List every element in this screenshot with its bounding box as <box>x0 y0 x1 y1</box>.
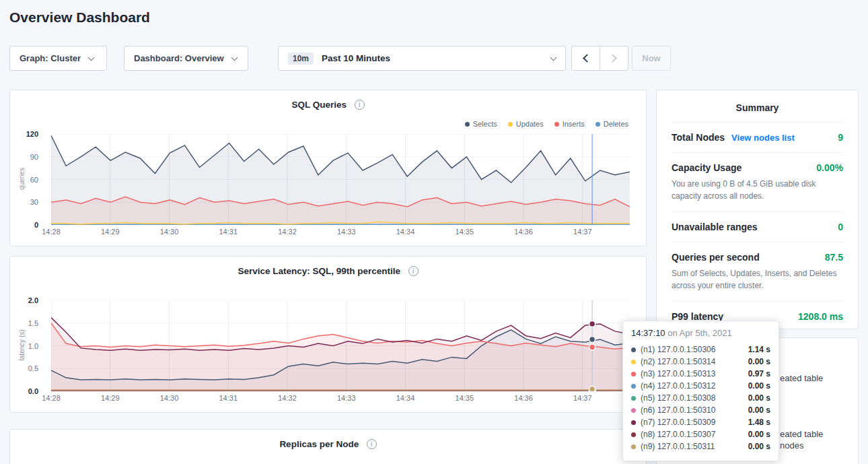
tooltip-date: on Apr 5th, 2021 <box>667 328 731 338</box>
summary-row-total-nodes: Total Nodes View nodes list 9 <box>672 122 843 152</box>
x-axis-tick: 14:33 <box>337 228 356 236</box>
x-axis-tick: 14:32 <box>278 228 297 236</box>
legend-label: Inserts <box>563 120 585 128</box>
x-axis-tick: 14:28 <box>42 228 61 236</box>
legend-item-inserts[interactable]: Inserts <box>554 120 585 128</box>
x-axis-tick: 14:35 <box>456 394 474 402</box>
legend-dot-icon <box>554 122 559 127</box>
summary-value: 0.00% <box>816 162 843 173</box>
x-axis-tick: 14:31 <box>219 228 238 236</box>
summary-row-capacity-usage: Capacity Usage 0.00% You are using 0 B o… <box>672 152 843 211</box>
dashboard-dropdown[interactable]: Dashboard: Overview <box>124 46 248 71</box>
tooltip-node-row: (n8) 127.0.0.1:503070.00 s <box>631 428 770 440</box>
node-color-dot-icon <box>631 444 636 449</box>
summary-value: 1208.0 ms <box>798 311 843 322</box>
chart-title: Service Latency: SQL, 99th percentile <box>238 266 400 276</box>
summary-value: 0 <box>838 222 843 232</box>
chart-title: SQL Queries <box>292 100 347 110</box>
x-axis-tick: 14:30 <box>160 394 179 402</box>
legend-dot-icon <box>595 122 600 127</box>
summary-description: You are using 0 B of 4.5 GiB usable disk… <box>672 178 843 202</box>
summary-row-queries-per-second: Queries per second 87.5 Sum of Selects, … <box>672 242 843 301</box>
chevron-down-icon <box>550 54 557 61</box>
chevron-down-icon <box>88 54 95 61</box>
now-button[interactable]: Now <box>632 46 671 71</box>
node-color-dot-icon <box>631 420 636 425</box>
tooltip-node-value: 0.00 s <box>748 357 770 366</box>
time-range-dropdown[interactable]: 10m Past 10 Minutes <box>278 46 566 71</box>
view-nodes-list-link[interactable]: View nodes list <box>731 133 795 143</box>
chart-legend: SelectsUpdatesInsertsDeletes <box>465 120 628 128</box>
tooltip-time: 14:37:10 <box>631 328 665 338</box>
tooltip-node-label: (n8) 127.0.0.1:50307 <box>641 430 715 439</box>
y-axis-tick: 0.0 <box>28 387 38 395</box>
legend-item-deletes[interactable]: Deletes <box>595 120 628 128</box>
tooltip-node-value: 0.00 s <box>748 381 770 391</box>
legend-dot-icon <box>465 122 470 127</box>
y-axis-tick: 90 <box>30 153 38 161</box>
y-axis-tick: 1.0 <box>28 342 38 350</box>
node-color-dot-icon <box>631 372 636 376</box>
service-latency-plot-area[interactable] <box>51 300 630 391</box>
x-axis-tick: 14:28 <box>42 394 61 402</box>
x-axis-tick: 14:34 <box>396 394 415 402</box>
dashboard-dropdown-label: Dashboard: Overview <box>134 53 224 63</box>
x-axis-tick: 14:31 <box>219 394 238 402</box>
x-axis-tick: 14:34 <box>396 228 415 236</box>
x-axis-tick: 14:33 <box>337 394 356 402</box>
summary-label: Queries per second <box>672 252 760 263</box>
chart-tooltip: 14:37:10 on Apr 5th, 2021 (n1) 127.0.0.1… <box>622 321 779 461</box>
info-icon[interactable]: i <box>408 266 419 276</box>
x-axis-tick: 14:36 <box>514 394 533 402</box>
y-axis-tick: 30 <box>30 198 38 206</box>
time-forward-button[interactable] <box>600 46 628 71</box>
node-color-dot-icon <box>631 384 636 389</box>
tooltip-node-value: 1.14 s <box>748 345 770 354</box>
summary-row-unavailable-ranges: Unavailable ranges 0 <box>672 211 843 242</box>
y-axis-tick: 0 <box>34 221 38 229</box>
tooltip-node-value: 0.00 s <box>748 393 770 403</box>
y-axis-tick: 2.0 <box>28 296 38 304</box>
tooltip-rows: (n1) 127.0.0.1:503061.14 s(n2) 127.0.0.1… <box>631 343 770 453</box>
tooltip-node-value: 1.48 s <box>748 418 770 427</box>
node-color-dot-icon <box>631 432 636 437</box>
tooltip-node-row: (n5) 127.0.0.1:503080.00 s <box>631 392 770 404</box>
event-text-fragment: nodes <box>780 440 803 451</box>
x-axis-tick: 14:36 <box>514 228 533 236</box>
tooltip-node-row: (n4) 127.0.0.1:503120.00 s <box>631 380 770 392</box>
time-back-button[interactable] <box>571 46 600 71</box>
x-axis-tick: 14:29 <box>101 394 120 402</box>
replicas-per-node-chart-panel: Replicas per Node i <box>9 429 647 464</box>
graph-dropdown[interactable]: Graph: Cluster <box>9 46 107 71</box>
tooltip-node-value: 0.97 s <box>748 369 770 378</box>
summary-label: Total Nodes <box>672 132 725 143</box>
tooltip-node-label: (n2) 127.0.0.1:50314 <box>641 357 715 366</box>
info-icon[interactable]: i <box>367 439 377 449</box>
legend-label: Updates <box>516 120 544 128</box>
page-title: Overview Dashboard <box>9 9 150 26</box>
summary-value: 9 <box>838 132 843 143</box>
y-axis: 0.00.51.01.52.0 <box>10 300 45 391</box>
tooltip-header: 14:37:10 on Apr 5th, 2021 <box>631 328 770 338</box>
tooltip-node-row: (n6) 127.0.0.1:503100.00 s <box>631 404 770 416</box>
tooltip-node-label: (n6) 127.0.0.1:50310 <box>641 405 715 415</box>
y-axis-tick: 120 <box>26 130 38 138</box>
legend-dot-icon <box>508 122 513 127</box>
tooltip-node-row: (n2) 127.0.0.1:503140.00 s <box>631 356 770 368</box>
tooltip-node-label: (n9) 127.0.0.1:50311 <box>641 442 715 451</box>
sql-queries-plot-area[interactable] <box>51 134 630 225</box>
service-latency-chart-panel: Service Latency: SQL, 99th percentile i … <box>9 256 647 413</box>
node-color-dot-icon <box>631 408 636 413</box>
sql-queries-chart-panel: SQL Queries i SelectsUpdatesInsertsDelet… <box>9 90 647 246</box>
chart-title: Replicas per Node <box>279 439 359 449</box>
info-icon[interactable]: i <box>355 100 365 110</box>
tooltip-node-value: 0.00 s <box>748 430 770 439</box>
legend-item-selects[interactable]: Selects <box>465 120 497 128</box>
legend-item-updates[interactable]: Updates <box>508 120 544 128</box>
y-axis: 0306090120 <box>10 134 45 225</box>
tooltip-node-row: (n1) 127.0.0.1:503061.14 s <box>631 343 770 356</box>
legend-label: Selects <box>473 120 497 128</box>
graph-dropdown-label: Graph: Cluster <box>20 53 81 63</box>
tooltip-node-label: (n3) 127.0.0.1:50313 <box>641 369 715 378</box>
x-axis: 14:2814:2914:3014:3114:3214:3314:3414:35… <box>51 394 630 403</box>
